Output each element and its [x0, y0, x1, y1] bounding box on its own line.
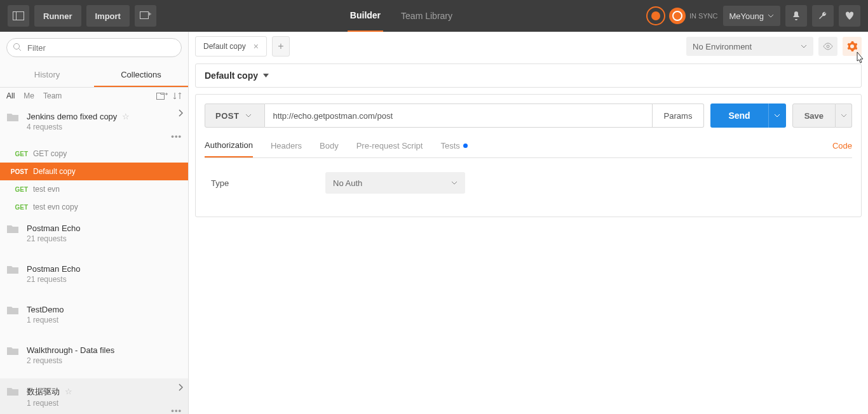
- collection-count: 2 requests: [27, 356, 182, 365]
- environment-settings-button[interactable]: [843, 37, 862, 56]
- new-window-button[interactable]: [135, 5, 156, 27]
- request-item[interactable]: GETtest evn: [0, 180, 188, 198]
- bell-icon: [791, 11, 801, 21]
- collection-count: 1 request: [27, 399, 182, 408]
- eye-icon: [823, 43, 833, 50]
- collection-item[interactable]: Postman Echo21 requests: [0, 216, 188, 257]
- code-link[interactable]: Code: [832, 141, 852, 150]
- topbar: Runner Import Builder Team Library IN SY…: [0, 0, 868, 32]
- add-tab-button[interactable]: +: [272, 36, 290, 57]
- auth-type-select[interactable]: No Auth: [325, 172, 465, 194]
- save-button[interactable]: Save: [792, 104, 836, 128]
- save-dropdown-button[interactable]: [836, 104, 852, 128]
- more-icon[interactable]: •••: [171, 406, 182, 414]
- caret-down-icon: [263, 74, 269, 77]
- folder-icon: [6, 224, 19, 234]
- chevron-down-icon: [774, 114, 780, 117]
- sidebar-filter-input[interactable]: [6, 38, 182, 57]
- sidebar-tab-history[interactable]: History: [0, 63, 94, 87]
- auth-type-value: No Auth: [333, 178, 362, 188]
- search-icon: [13, 43, 22, 51]
- toggle-sidebar-button[interactable]: [8, 5, 29, 27]
- collection-item[interactable]: Jenkins demo fixed copy ☆ 4 requests •••: [0, 104, 188, 145]
- send-dropdown-button[interactable]: [768, 104, 786, 128]
- chevron-down-icon: [768, 14, 774, 18]
- collection-name: Postman Echo: [27, 264, 182, 274]
- request-item[interactable]: POSTDefault copy: [0, 163, 188, 180]
- collection-item[interactable]: Walkthrough - Data files2 requests: [0, 338, 188, 378]
- svg-line-6: [19, 49, 22, 51]
- more-icon[interactable]: •••: [171, 131, 182, 141]
- sync-status-text: IN SYNC: [689, 12, 718, 20]
- sort-icon[interactable]: [173, 91, 182, 100]
- chevron-right-icon[interactable]: [178, 384, 183, 391]
- request-name-label: Default copy: [205, 70, 258, 81]
- collection-item[interactable]: TestDemo1 request: [0, 297, 188, 338]
- filter-team[interactable]: Team: [43, 91, 62, 100]
- tab-tests[interactable]: Tests: [440, 135, 467, 157]
- folder-icon: [6, 345, 19, 356]
- tab-authorization[interactable]: Authorization: [205, 134, 253, 157]
- request-method: GET: [4, 150, 28, 157]
- folder-icon: [6, 386, 19, 396]
- username-label: MeYoung: [729, 11, 764, 21]
- method-select[interactable]: POST: [205, 104, 265, 128]
- request-method: GET: [4, 186, 28, 193]
- settings-button[interactable]: [812, 5, 834, 27]
- add-collection-icon[interactable]: [156, 91, 168, 100]
- request-tab[interactable]: Default copy ×: [195, 36, 267, 57]
- tab-tests-label: Tests: [440, 141, 459, 150]
- sidebar: History Collections All Me Team Jenkins …: [0, 32, 189, 414]
- sync-avatar-icon: [669, 8, 686, 24]
- star-icon[interactable]: ☆: [65, 387, 72, 396]
- sidebar-tab-collections[interactable]: Collections: [94, 63, 188, 87]
- collection-item[interactable]: 数据驱动 ☆1 request •••: [0, 378, 188, 414]
- params-button[interactable]: Params: [653, 104, 705, 128]
- collection-item[interactable]: Postman Echo21 requests: [0, 257, 188, 297]
- collection-count: 21 requests: [27, 234, 182, 243]
- panel-icon: [13, 11, 24, 20]
- heart-icon: [844, 11, 855, 21]
- tab-headers[interactable]: Headers: [271, 135, 302, 157]
- url-input[interactable]: [265, 104, 652, 128]
- request-name: test evn copy: [33, 203, 78, 211]
- environment-select[interactable]: No Environment: [686, 37, 813, 56]
- chevron-right-icon[interactable]: [178, 109, 183, 117]
- folder-icon: [6, 264, 19, 274]
- import-button[interactable]: Import: [86, 5, 130, 27]
- collection-count: 1 request: [27, 316, 182, 324]
- filter-all[interactable]: All: [6, 91, 15, 100]
- auth-type-label: Type: [211, 178, 287, 188]
- request-name: Default copy: [33, 167, 76, 176]
- send-button[interactable]: Send: [710, 104, 768, 128]
- new-window-icon: [140, 11, 151, 20]
- folder-icon: [6, 305, 19, 315]
- notifications-button[interactable]: [785, 5, 807, 27]
- request-item[interactable]: GETGET copy: [0, 145, 188, 163]
- collection-count: 4 requests: [27, 123, 182, 131]
- collection-name: Postman Echo: [27, 224, 182, 233]
- request-tab-name: Default copy: [203, 42, 246, 51]
- environment-preview-button[interactable]: [818, 37, 837, 56]
- svg-point-5: [14, 44, 20, 50]
- gear-icon: [847, 41, 857, 51]
- filter-me[interactable]: Me: [24, 91, 34, 100]
- star-icon[interactable]: ☆: [122, 112, 130, 121]
- close-icon[interactable]: ×: [254, 41, 259, 51]
- collection-name: Walkthrough - Data files: [27, 345, 182, 355]
- indicator-dot-icon: [463, 144, 468, 148]
- request-item[interactable]: GETtest evn copy: [0, 198, 188, 216]
- user-menu-button[interactable]: MeYoung: [723, 6, 780, 26]
- collection-name: TestDemo: [27, 305, 182, 314]
- chevron-down-icon: [451, 181, 458, 185]
- request-name-header[interactable]: Default copy: [195, 63, 862, 88]
- heart-button[interactable]: [839, 5, 860, 27]
- tab-builder[interactable]: Builder: [348, 0, 383, 32]
- runner-button[interactable]: Runner: [34, 5, 81, 27]
- svg-rect-0: [13, 12, 24, 20]
- chevron-down-icon: [841, 114, 847, 117]
- chevron-down-icon: [245, 114, 252, 117]
- tab-prerequest[interactable]: Pre-request Script: [356, 135, 423, 157]
- tab-team-library[interactable]: Team Library: [398, 0, 455, 32]
- tab-body[interactable]: Body: [320, 135, 339, 157]
